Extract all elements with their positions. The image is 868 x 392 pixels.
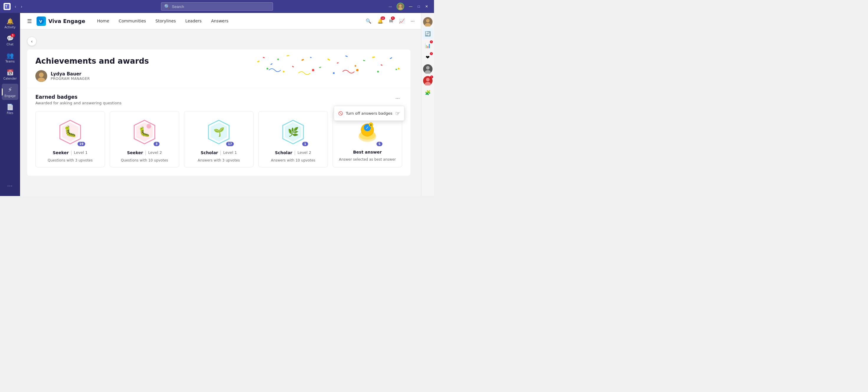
more-options-title-button[interactable]: ··· (386, 3, 394, 10)
sidebar-more-button[interactable]: ··· (2, 181, 18, 191)
engage-logo-icon: V (36, 17, 46, 26)
badge-level-scholar2: Level 2 (298, 150, 311, 155)
badge-desc-seeker1: Questions with 3 upvotes (48, 158, 93, 162)
title-bar-left: T ‹ › (3, 3, 24, 10)
svg-text:🐛: 🐛 (64, 125, 77, 138)
badge-name-bestanswer: Best answer (353, 150, 381, 155)
nav-answers[interactable]: Answers (206, 13, 233, 30)
right-sidebar-avatars: 🔄 📊 ! ❤️ ! (423, 15, 433, 98)
badge-level-seeker2: Level 2 (148, 150, 162, 155)
sidebar-item-calendar[interactable]: 📅 Calender (2, 67, 18, 83)
svg-point-57 (426, 19, 430, 23)
hamburger-button[interactable]: ☰ (25, 16, 34, 26)
svg-point-41 (147, 124, 151, 129)
badge-icon-wrapper-bestanswer: ✓ ★ 5 (354, 117, 381, 147)
badge-name-scholar1: Scholar (200, 150, 218, 155)
nav-back-button[interactable]: ‹ (13, 3, 18, 10)
sidebar-item-label-chat: Chat (6, 43, 13, 46)
title-search-bar[interactable]: 🔍 (161, 2, 273, 11)
svg-rect-14 (286, 55, 289, 56)
sidebar-item-label-calendar: Calender (3, 77, 17, 80)
svg-point-4 (398, 7, 402, 10)
app-body: 🔔 Activity 💬 1 Chat 👥 Teams 📅 Calender ⚡… (0, 13, 434, 196)
notifications-button[interactable]: 🔔 12 (376, 17, 385, 26)
cursor-icon: ☞ (395, 110, 400, 117)
more-engage-button[interactable]: ··· (409, 17, 416, 26)
badge-name-scholar2: Scholar (275, 150, 292, 155)
messages-button[interactable]: ✉ 5 (388, 17, 395, 26)
sidebar-item-teams[interactable]: 👥 Teams (2, 50, 18, 65)
engage-header: ☰ V Viva Engage Home Communities Storyli… (20, 13, 421, 30)
turn-off-label: Turn off answers badges (346, 111, 393, 116)
badges-section-header: Earned badges Awarded for asking and ans… (35, 94, 402, 105)
analytics-button[interactable]: 📈 (397, 17, 407, 26)
svg-point-3 (399, 4, 402, 7)
calendar-icon: 📅 (6, 69, 14, 76)
badge-name-row-bestanswer: Best answer (353, 150, 381, 155)
user-avatar-title[interactable] (397, 3, 404, 10)
badge-card-scholar2: 🌿 1 Scholar | Level 2 Answers with 10 up (258, 111, 328, 167)
svg-point-28 (267, 68, 268, 70)
sidebar-item-activity[interactable]: 🔔 Activity (2, 15, 18, 31)
sidebar-item-chat[interactable]: 💬 1 Chat (2, 32, 18, 48)
sidebar-item-label-engage: Engage (4, 94, 16, 98)
engage-logo: V Viva Engage (36, 17, 85, 26)
right-rail-item-2[interactable]: 📊 ! (423, 40, 433, 51)
maximize-button[interactable]: □ (415, 3, 422, 10)
nav-storylines[interactable]: Storylines (151, 13, 181, 30)
search-action-button[interactable]: 🔍 (364, 17, 373, 26)
right-rail-item-1[interactable]: 🔄 (423, 28, 433, 39)
search-icon: 🔍 (164, 4, 170, 9)
right-rail: 🔄 📊 ! ❤️ ! (421, 13, 434, 196)
search-input[interactable] (172, 4, 270, 9)
sidebar-item-engage[interactable]: ⚡ Engage (2, 84, 18, 100)
nav-leaders[interactable]: Leaders (181, 13, 206, 30)
badges-title-group: Earned badges Awarded for asking and ans… (35, 94, 121, 105)
sidebar-item-files[interactable]: 📄 Files (2, 101, 18, 117)
badges-subtitle: Awarded for asking and answering questio… (35, 101, 121, 105)
nav-forward-button[interactable]: › (19, 3, 24, 10)
badge-name-row: Seeker | Level 1 (53, 150, 88, 155)
badge-card-seeker1: 🐛 19 Seeker | Level 1 Questions with 3 u (35, 111, 105, 167)
engage-nav: Home Communities Storylines Leaders Answ… (92, 13, 233, 30)
badge-level-scholar1: Level 1 (223, 150, 237, 155)
right-rail-avatar-3[interactable]: ! (423, 75, 433, 86)
activity-icon: 🔔 (6, 18, 14, 25)
right-rail-item-puzzle[interactable]: 🧩 (423, 87, 433, 98)
right-rail-item-3[interactable]: ❤️ ! (423, 52, 433, 63)
badge-name-seeker1: Seeker (53, 150, 69, 155)
dropdown-item-turn-off[interactable]: 🚫 Turn off answers badges ☞ (334, 107, 404, 119)
badges-more-options-button[interactable]: ··· (393, 94, 402, 103)
user-role: PROGRAM MANAGER (51, 77, 90, 81)
sidebar-item-label-teams: Teams (5, 60, 15, 63)
svg-rect-18 (319, 67, 321, 68)
window-controls: — □ ✕ (407, 3, 431, 10)
right-rail-avatar-2[interactable] (423, 64, 433, 74)
badge-count-seeker2: 3 (154, 142, 159, 146)
svg-point-60 (426, 66, 430, 70)
nav-communities[interactable]: Communities (114, 13, 151, 30)
close-button[interactable]: ✕ (423, 3, 431, 10)
engage-logo-text: Viva Engage (49, 18, 85, 24)
minimize-button[interactable]: — (407, 3, 415, 10)
badge-icon-wrapper-seeker2: 🐛 3 (131, 117, 158, 147)
badge-count-scholar2: 1 (302, 142, 308, 146)
badge-name-row-scholar2: Scholar | Level 2 (275, 150, 311, 155)
user-info: Lydya Bauer PROGRAM MANAGER (35, 70, 402, 82)
title-bar-right: ··· — □ ✕ (386, 3, 431, 10)
files-icon: 📄 (6, 103, 14, 110)
achievements-container: ‹ Achievements and awards (27, 37, 410, 176)
badge-name-seeker2: Seeker (127, 150, 143, 155)
back-button[interactable]: ‹ (27, 37, 36, 46)
user-name: Lydya Bauer (51, 71, 90, 77)
title-bar: T ‹ › 🔍 ··· — □ ✕ (0, 0, 434, 13)
svg-rect-15 (292, 66, 294, 67)
chat-icon: 💬 1 (6, 35, 14, 42)
nav-home[interactable]: Home (92, 13, 114, 30)
svg-text:★: ★ (370, 124, 372, 126)
more-icon: ··· (7, 183, 13, 189)
teams-sidebar: 🔔 Activity 💬 1 Chat 👥 Teams 📅 Calender ⚡… (0, 13, 20, 196)
avatar (35, 70, 47, 82)
right-rail-avatar-user[interactable] (423, 17, 433, 27)
sidebar-item-label-files: Files (7, 111, 13, 115)
